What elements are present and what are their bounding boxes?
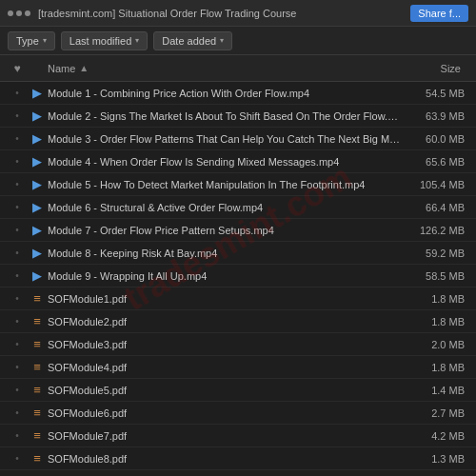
file-row[interactable]: • ▶ Module 1 - Combining Price Action Wi… bbox=[0, 82, 476, 105]
file-name: Module 1 - Combining Price Action With O… bbox=[48, 88, 402, 99]
fav-icon[interactable]: • bbox=[8, 430, 27, 441]
file-type-icon: ≡ bbox=[27, 360, 48, 374]
file-row[interactable]: • ≡ SOFModule2.pdf 1.8 MB bbox=[0, 310, 476, 333]
file-type-icon: ▶ bbox=[27, 268, 48, 283]
file-name: Module 4 - When Order Flow Is Sending Mi… bbox=[48, 156, 402, 168]
file-size: 1.8 MB bbox=[402, 362, 468, 373]
file-size: 2.0 MB bbox=[402, 339, 468, 350]
file-name: SOFModule1.pdf bbox=[48, 293, 402, 305]
fav-icon[interactable]: • bbox=[8, 156, 27, 167]
file-size: 2.7 MB bbox=[402, 407, 468, 419]
file-size: 65.6 MB bbox=[402, 156, 468, 168]
last-modified-chevron-icon: ▾ bbox=[135, 36, 139, 45]
last-modified-button[interactable]: Last modified ▾ bbox=[61, 31, 148, 50]
fav-col-header: ♥ bbox=[8, 62, 27, 75]
fav-icon[interactable]: • bbox=[8, 88, 27, 98]
file-row[interactable]: • ≡ SOFModule5.pdf 1.4 MB bbox=[0, 379, 476, 402]
file-name: Module 3 - Order Flow Patterns That Can … bbox=[48, 133, 402, 145]
file-size: 4.2 MB bbox=[402, 430, 468, 442]
file-type-icon: ▶ bbox=[27, 200, 48, 214]
dot-1 bbox=[8, 10, 13, 16]
file-type-icon: ≡ bbox=[27, 383, 48, 397]
fav-icon[interactable]: • bbox=[8, 293, 27, 304]
dot-3 bbox=[25, 10, 30, 16]
file-size: 54.5 MB bbox=[402, 88, 468, 99]
name-col-label: Name bbox=[48, 63, 75, 74]
sort-arrow-icon: ▲ bbox=[79, 63, 89, 73]
file-row[interactable]: • ▶ Module 3 - Order Flow Patterns That … bbox=[0, 128, 476, 150]
fav-icon[interactable]: • bbox=[8, 248, 27, 258]
date-added-button[interactable]: Date added ▾ bbox=[153, 31, 232, 50]
fav-icon[interactable]: • bbox=[8, 202, 27, 212]
file-type-icon: ▶ bbox=[27, 177, 48, 191]
file-type-icon: ▶ bbox=[27, 246, 48, 260]
file-name: Module 9 - Wrapping It All Up.mp4 bbox=[48, 270, 402, 282]
file-type-icon: ≡ bbox=[27, 451, 48, 466]
file-row[interactable]: • ▶ Module 4 - When Order Flow Is Sendin… bbox=[0, 150, 476, 173]
file-size: 105.4 MB bbox=[402, 179, 468, 190]
file-type-icon: ≡ bbox=[27, 314, 48, 328]
file-row[interactable]: • ▶ Module 6 - Structural & Active Order… bbox=[0, 196, 476, 219]
size-col-header[interactable]: Size bbox=[402, 63, 468, 74]
file-size: 63.9 MB bbox=[402, 110, 468, 122]
file-name: SOFModule5.pdf bbox=[48, 385, 402, 396]
file-row[interactable]: • ▶ Module 5 - How To Detect Market Mani… bbox=[0, 173, 476, 196]
file-row[interactable]: • ▶ Module 9 - Wrapping It All Up.mp4 58… bbox=[0, 265, 476, 288]
fav-icon[interactable]: • bbox=[8, 407, 27, 418]
file-type-icon: ≡ bbox=[27, 337, 48, 351]
column-headers: ♥ Name ▲ Size bbox=[0, 55, 476, 82]
date-added-label: Date added bbox=[162, 35, 216, 47]
fav-icon[interactable]: • bbox=[8, 110, 27, 121]
type-filter-button[interactable]: Type ▾ bbox=[8, 31, 55, 50]
fav-icon[interactable]: • bbox=[8, 362, 27, 372]
file-row[interactable]: • ≡ SOFModule6.pdf 2.7 MB bbox=[0, 402, 476, 425]
file-name: SOFModule2.pdf bbox=[48, 316, 402, 327]
file-row[interactable]: • ▶ Module 8 - Keeping Risk At Bay.mp4 5… bbox=[0, 242, 476, 265]
fav-icon[interactable]: • bbox=[8, 270, 27, 281]
file-row[interactable]: • ≡ SOFModule1.pdf 1.8 MB bbox=[0, 288, 476, 310]
fav-icon[interactable]: • bbox=[8, 453, 27, 464]
name-col-header[interactable]: Name ▲ bbox=[48, 63, 402, 74]
file-type-icon: ▶ bbox=[27, 131, 48, 146]
file-type-icon: ▶ bbox=[27, 223, 48, 237]
file-size: 1.4 MB bbox=[402, 385, 468, 396]
window-controls bbox=[8, 10, 30, 16]
file-name: SOFModule8.pdf bbox=[48, 453, 402, 465]
file-name: SOFModule6.pdf bbox=[48, 407, 402, 419]
file-row[interactable]: • ≡ SOFModule9.pdf 1.2 MB bbox=[0, 470, 476, 476]
file-type-icon: ▶ bbox=[27, 154, 48, 169]
file-size: 58.5 MB bbox=[402, 270, 468, 282]
file-type-icon: ≡ bbox=[27, 428, 48, 443]
file-row[interactable]: • ≡ SOFModule7.pdf 4.2 MB bbox=[0, 425, 476, 447]
type-label: Type bbox=[16, 35, 39, 47]
date-added-chevron-icon: ▾ bbox=[220, 36, 224, 45]
fav-icon[interactable]: • bbox=[8, 339, 27, 349]
fav-icon[interactable]: • bbox=[8, 133, 27, 144]
share-button[interactable]: Share f... bbox=[410, 5, 468, 22]
file-row[interactable]: • ▶ Module 2 - Signs The Market Is About… bbox=[0, 105, 476, 128]
top-bar: [tradesmint.com] Situational Order Flow … bbox=[0, 0, 476, 27]
last-modified-label: Last modified bbox=[69, 35, 131, 47]
fav-icon[interactable]: • bbox=[8, 316, 27, 327]
toolbar: Type ▾ Last modified ▾ Date added ▾ bbox=[0, 27, 476, 55]
file-size: 1.8 MB bbox=[402, 316, 468, 327]
file-size: 126.2 MB bbox=[402, 225, 468, 236]
file-row[interactable]: • ≡ SOFModule4.pdf 1.8 MB bbox=[0, 356, 476, 379]
file-row[interactable]: • ≡ SOFModule3.pdf 2.0 MB bbox=[0, 333, 476, 356]
file-name: SOFModule7.pdf bbox=[48, 430, 402, 442]
file-row[interactable]: • ▶ Module 7 - Order Flow Price Pattern … bbox=[0, 219, 476, 242]
fav-icon[interactable]: • bbox=[8, 179, 27, 189]
file-size: 1.3 MB bbox=[402, 453, 468, 465]
file-name: SOFModule3.pdf bbox=[48, 339, 402, 350]
file-row[interactable]: • ≡ SOFModule8.pdf 1.3 MB bbox=[0, 447, 476, 470]
fav-icon[interactable]: • bbox=[8, 225, 27, 235]
file-size: 1.8 MB bbox=[402, 293, 468, 305]
file-name: Module 8 - Keeping Risk At Bay.mp4 bbox=[48, 248, 402, 259]
fav-icon[interactable]: • bbox=[8, 385, 27, 395]
file-name: Module 2 - Signs The Market Is About To … bbox=[48, 110, 402, 122]
file-list: • ▶ Module 1 - Combining Price Action Wi… bbox=[0, 82, 476, 476]
file-name: Module 6 - Structural & Active Order Flo… bbox=[48, 202, 402, 213]
file-type-icon: ▶ bbox=[27, 86, 48, 100]
file-name: Module 7 - Order Flow Price Pattern Setu… bbox=[48, 225, 402, 236]
file-size: 66.4 MB bbox=[402, 202, 468, 213]
